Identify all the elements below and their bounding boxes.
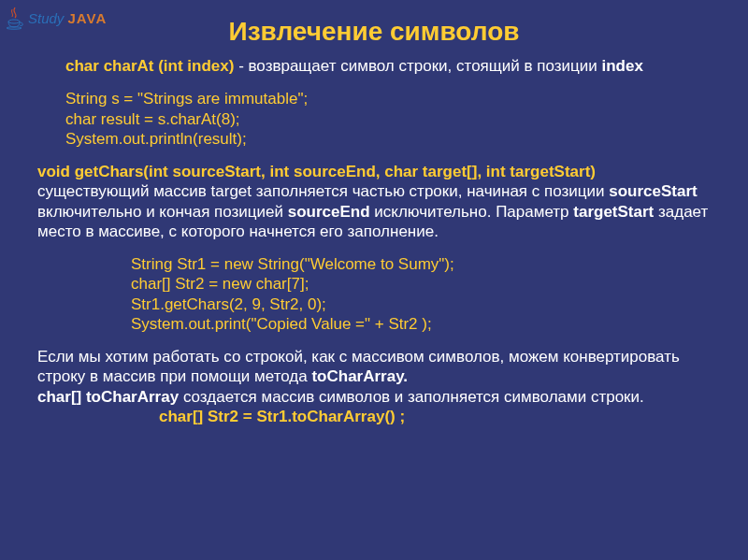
text: создается массив символов и заполняется … <box>179 388 644 406</box>
signature-getChars: void getChars(int sourceStart, int sourc… <box>37 162 711 181</box>
paragraph-4: char[] toCharArray создается массив симв… <box>37 387 711 407</box>
code-block-1: String s = "Strings are immutable"; char… <box>37 89 711 149</box>
code-block-2: String Str1 = new String("Welcome to Sum… <box>37 254 711 334</box>
paragraph-3: Если мы хотим работать со строкой, как с… <box>37 347 711 387</box>
code-line: System.out.print("Copied Value =" + Str2… <box>131 314 711 334</box>
slide-content: char charAt (int index) - возвращает сим… <box>0 56 748 426</box>
svg-point-1 <box>7 27 22 29</box>
bold: sourceEnd <box>288 203 370 221</box>
code-line: System.out.println(result); <box>65 129 711 149</box>
paragraph-2: void getChars(int sourceStart, int sourc… <box>37 162 711 241</box>
code-line: char result = s.charAt(8); <box>65 109 711 129</box>
logo-java: JAVA <box>68 10 108 26</box>
text: исключительно. Параметр <box>370 203 574 221</box>
bold: toCharArray. <box>311 367 408 385</box>
java-cup-icon <box>6 6 24 30</box>
paragraph-1: char charAt (int index) - возвращает сим… <box>37 56 711 76</box>
code-line: char[] Str2 = Str1.toCharArray() ; <box>159 407 711 426</box>
code-line: String s = "Strings are immutable"; <box>65 89 711 108</box>
text: включительно и кончая позицией <box>37 203 288 221</box>
slide-title: Извлечение символов <box>0 0 748 56</box>
bold: targetStart <box>573 203 654 221</box>
logo: Study JAVA <box>6 6 107 30</box>
code-line: String Str1 = new String("Welcome to Sum… <box>131 254 711 274</box>
code-line: Str1.getChars(2, 9, Str2, 0); <box>131 294 711 314</box>
code-block-3: char[] Str2 = Str1.toCharArray() ; <box>37 407 711 426</box>
desc-1a: - возвращает символ строки, стоящий в по… <box>234 57 601 75</box>
desc-1b: index <box>601 57 642 75</box>
svg-point-0 <box>8 20 20 23</box>
text: существующий массив target заполняется ч… <box>37 182 609 200</box>
signature-charAt: char charAt (int index) <box>65 57 234 75</box>
code-line: char[] Str2 = new char[7]; <box>131 274 711 294</box>
logo-text: Study JAVA <box>28 10 107 26</box>
bold: sourceStart <box>609 182 697 200</box>
logo-study: Study <box>28 10 64 26</box>
signature-toCharArray: char[] toCharArray <box>37 388 179 406</box>
